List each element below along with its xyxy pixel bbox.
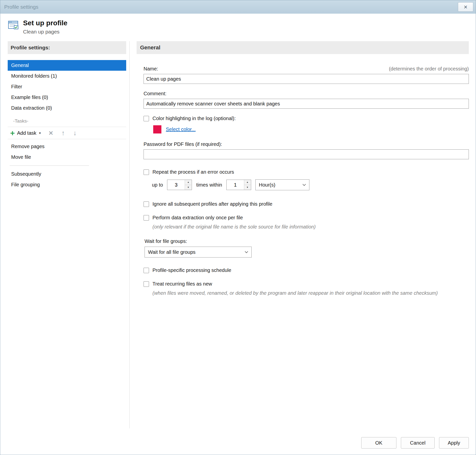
page-subtitle: Clean up pages (23, 29, 67, 35)
retry-spin-down-button[interactable]: ▼ (185, 185, 191, 190)
setup-profile-icon (8, 20, 19, 32)
name-label: Name: (144, 66, 158, 72)
repeat-on-error-checkbox[interactable] (144, 169, 149, 175)
sidebar-item-filter[interactable]: Filter (8, 81, 126, 92)
ignore-profiles-checkbox[interactable] (144, 201, 149, 207)
header-text: Set up profile Clean up pages (23, 19, 67, 35)
retry-count-spinner: ▲ ▼ (167, 180, 192, 190)
tasks-section-label: -Tasks- (8, 113, 126, 127)
retry-count-input[interactable] (167, 180, 185, 190)
within-count-spinner: ▲ ▼ (226, 180, 251, 190)
recurring-files-label: Treat recurring files as new (152, 281, 212, 287)
dialog-footer: OK Cancel Apply (0, 428, 476, 455)
page-title: Set up profile (23, 19, 67, 27)
spin-up-icon: ▲ (246, 181, 249, 183)
time-unit-value: Hour(s) (259, 182, 275, 188)
sidebar-divider (10, 165, 89, 166)
sidebar-item-example-files[interactable]: Example files (0) (8, 92, 126, 103)
spin-down-icon: ▼ (187, 186, 189, 189)
chevron-down-icon (245, 251, 248, 253)
profile-settings-dialog: Profile settings × Set up profile Clean … (0, 0, 476, 455)
name-hint: (determines the order of processing) (389, 66, 469, 72)
schedule-label: Profile-specific processing schedule (152, 267, 231, 273)
titlebar: Profile settings × (0, 0, 476, 14)
content-area: Profile settings: General Monitored fold… (0, 41, 476, 428)
up-to-label: up to (152, 182, 163, 188)
sidebar-item-data-extraction[interactable]: Data extraction (0) (8, 103, 126, 113)
password-input[interactable] (144, 149, 469, 159)
time-unit-dropdown[interactable]: Hour(s) (255, 179, 309, 190)
password-label: Password for PDF files (if required): (144, 141, 222, 147)
task-item-remove-pages[interactable]: Remove pages (8, 141, 126, 152)
color-highlight-label: Color highlighting in the log (optional)… (152, 116, 236, 121)
color-highlight-checkbox[interactable] (144, 116, 149, 121)
sidebar: Profile settings: General Monitored fold… (8, 41, 126, 428)
within-count-input[interactable] (227, 180, 244, 190)
window-title: Profile settings (4, 4, 38, 10)
extract-once-checkbox[interactable] (144, 215, 149, 221)
wait-groups-dropdown[interactable]: Wait for all file groups (145, 247, 252, 258)
caret-down-icon: ▾ (39, 131, 41, 135)
add-task-label: Add task (17, 130, 36, 136)
sidebar-item-file-grouping[interactable]: File grouping (8, 179, 126, 190)
within-spin-up-button[interactable]: ▲ (244, 180, 251, 185)
spin-down-icon: ▼ (246, 186, 249, 189)
move-task-down-button[interactable]: ↓ (73, 130, 77, 136)
recurring-files-note: (when files were moved, renamed, or dele… (152, 290, 440, 297)
sidebar-item-monitored-folders[interactable]: Monitored folders (1) (8, 71, 126, 81)
add-task-button[interactable]: + Add task ▾ (10, 130, 41, 136)
chevron-down-icon (302, 184, 306, 186)
arrow-up-icon: ↑ (61, 129, 65, 137)
comment-label: Comment: (144, 91, 166, 97)
delete-task-button[interactable]: × (48, 129, 54, 137)
cancel-button[interactable]: Cancel (401, 437, 435, 449)
extract-once-label: Perform data extraction only once per fi… (152, 215, 243, 221)
general-form: Name: (determines the order of processin… (137, 54, 469, 297)
apply-button[interactable]: Apply (439, 437, 469, 449)
wait-groups-value: Wait for all file groups (148, 249, 196, 255)
select-color-link[interactable]: Select color... (166, 127, 196, 132)
spin-up-icon: ▲ (187, 181, 189, 183)
name-input[interactable] (144, 74, 469, 84)
task-item-move-file[interactable]: Move file (8, 152, 126, 162)
close-icon: × (464, 3, 468, 10)
sidebar-header: Profile settings: (8, 41, 126, 54)
comment-input[interactable] (144, 99, 469, 109)
ok-button[interactable]: OK (361, 437, 396, 449)
main-panel: General Name: (determines the order of p… (129, 41, 476, 428)
move-task-up-button[interactable]: ↑ (61, 130, 65, 136)
extract-once-note: (only relevant if the original file name… (152, 223, 469, 230)
color-swatch (153, 125, 161, 133)
repeat-on-error-label: Repeat the process if an error occurs (152, 169, 234, 175)
sidebar-item-general[interactable]: General (8, 60, 126, 71)
dialog-header: Set up profile Clean up pages (0, 14, 476, 41)
arrow-down-icon: ↓ (73, 129, 77, 137)
close-button[interactable]: × (458, 2, 473, 12)
within-spin-down-button[interactable]: ▼ (244, 185, 251, 190)
tasks-toolbar: + Add task ▾ × ↑ ↓ (8, 127, 126, 139)
delete-icon: × (49, 129, 53, 137)
wait-groups-label: Wait for file groups: (145, 238, 187, 244)
sidebar-item-subsequently[interactable]: Subsequently (8, 169, 126, 179)
retry-spin-up-button[interactable]: ▲ (185, 180, 191, 185)
section-title: General (137, 41, 469, 54)
times-within-label: times within (196, 182, 222, 188)
recurring-files-checkbox[interactable] (144, 281, 149, 287)
ignore-profiles-label: Ignore all subsequent profiles after app… (152, 201, 272, 207)
plus-icon: + (10, 130, 15, 135)
schedule-checkbox[interactable] (144, 268, 149, 273)
